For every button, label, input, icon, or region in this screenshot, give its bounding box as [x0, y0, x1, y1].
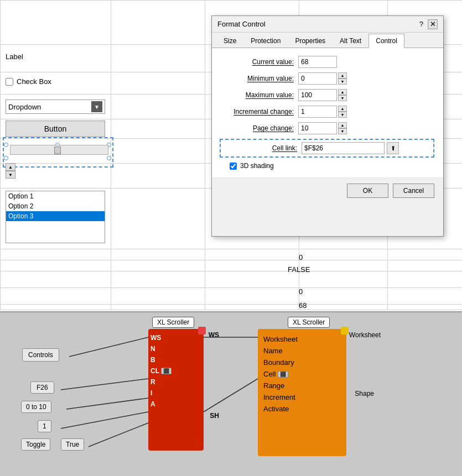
xl-scroller-left-body: WS N B CL ⬛ R I A WS SH [148, 329, 204, 451]
list-item[interactable]: Option 3 [6, 211, 105, 221]
xl-scroller-right-body: Worksheet Name Boundary Cell ⬛ Range Inc… [258, 329, 346, 456]
selection-handle [4, 156, 8, 160]
minimum-value-input[interactable] [298, 72, 337, 85]
cell-connector-icon: ⬛ [278, 371, 288, 378]
dialog-title: Format Control [217, 20, 266, 28]
page-change-spinner: ▲ ▼ [338, 122, 347, 134]
left-ws-output: WS [209, 331, 219, 339]
svg-line-3 [61, 412, 148, 428]
bottom-panel: XL Scroller XL Scroller Controls F26 0 t… [0, 311, 462, 476]
left-node-i: I [150, 388, 201, 399]
svg-line-0 [69, 337, 148, 357]
range-node[interactable]: 0 to 10 [21, 401, 51, 413]
right-node-cell: Cell ⬛ [263, 368, 341, 380]
current-value-input[interactable] [298, 56, 337, 68]
maximum-value-spinner: ▲ ▼ [338, 89, 347, 101]
spin-down-button[interactable]: ▼ [6, 171, 15, 179]
svg-line-1 [61, 379, 148, 390]
list-item[interactable]: Option 2 [6, 201, 105, 211]
dialog-tabs: Size Protection Properties Alt Text Cont… [212, 34, 443, 48]
increment-node[interactable]: 1 [38, 420, 51, 432]
left-node-a: A [150, 399, 201, 410]
incremental-change-down[interactable]: ▼ [338, 112, 347, 118]
true-node[interactable]: True [61, 438, 84, 451]
error-indicator [198, 327, 206, 334]
minimum-value-row: Minimum value: ▲ ▼ [221, 72, 434, 85]
3d-shading-row: 3D shading [230, 162, 434, 170]
right-worksheet-output: Worksheet [349, 331, 381, 339]
maximum-value-row: Maximum value: ▲ ▼ [221, 89, 434, 101]
3d-shading-checkbox[interactable] [230, 163, 237, 170]
incremental-change-input[interactable] [298, 106, 337, 118]
right-shape-output: Shape [355, 390, 374, 397]
minimum-value-label: Minimum value: [221, 75, 298, 82]
3d-shading-label: 3D shading [240, 162, 274, 170]
page-change-down[interactable]: ▼ [338, 128, 347, 134]
xl-scroller-right-label: XL Scroller [288, 317, 330, 328]
dropdown-arrow-icon[interactable]: ▼ [91, 101, 102, 112]
list-item[interactable]: Option 1 [6, 191, 105, 201]
right-node-boundary: Boundary [263, 357, 341, 368]
svg-line-4 [89, 423, 148, 447]
svg-line-2 [66, 398, 148, 409]
slider-track[interactable] [10, 145, 108, 155]
page-change-label: Page change: [221, 124, 298, 132]
left-node-b: B [150, 354, 201, 365]
tab-alt-text[interactable]: Alt Text [333, 34, 368, 48]
maximum-value-input[interactable] [298, 89, 337, 101]
page-change-row: Page change: ▲ ▼ [221, 122, 434, 134]
maximum-value-up[interactable]: ▲ [338, 89, 347, 95]
spin-up-button[interactable]: ▲ [6, 163, 15, 171]
dialog-body: Current value: Minimum value: ▲ ▼ Maximu… [212, 48, 443, 177]
minimum-value-spinner: ▲ ▼ [338, 72, 347, 85]
page-change-input[interactable] [298, 122, 337, 134]
page-change-up[interactable]: ▲ [338, 122, 347, 128]
warning-indicator [341, 327, 349, 334]
tab-control[interactable]: Control [368, 34, 404, 48]
checkbox-control[interactable]: Check Box [6, 77, 51, 86]
checkbox-input[interactable] [6, 78, 13, 86]
cell-value-68: 68 [299, 301, 307, 310]
selection-handle [4, 143, 8, 147]
f26-node[interactable]: F26 [30, 381, 54, 394]
button-control[interactable]: Button [6, 121, 105, 137]
cancel-button[interactable]: Cancel [393, 184, 434, 198]
minimum-value-down[interactable]: ▼ [338, 79, 347, 85]
tab-protection[interactable]: Protection [243, 34, 288, 48]
dialog-help-button[interactable]: ? [419, 20, 423, 28]
cell-link-label: Cell link: [224, 144, 302, 152]
left-node-cl: CL ⬛ [150, 365, 201, 376]
format-control-dialog[interactable]: Format Control ? ✕ Size Protection Prope… [211, 15, 444, 237]
connection-lines [0, 312, 462, 476]
tab-properties[interactable]: Properties [288, 34, 333, 48]
dialog-close-button[interactable]: ✕ [428, 19, 438, 29]
incremental-change-spinner: ▲ ▼ [338, 106, 347, 118]
maximum-value-down[interactable]: ▼ [338, 95, 347, 101]
right-node-worksheet: Worksheet [263, 333, 341, 345]
cell-link-collapse-button[interactable]: ⬆ [387, 142, 399, 154]
dialog-titlebar: Format Control ? ✕ [212, 16, 443, 33]
incremental-change-label: Incremental change: [221, 108, 298, 116]
incremental-change-up[interactable]: ▲ [338, 106, 347, 112]
dialog-footer: OK Cancel [212, 177, 443, 203]
collapse-icon: ⬆ [391, 145, 396, 152]
cl-connector-icon: ⬛ [161, 368, 172, 374]
toggle-node[interactable]: Toggle [21, 438, 50, 451]
listbox-control[interactable]: Option 1 Option 2 Option 3 [6, 191, 105, 243]
minimum-value-up[interactable]: ▲ [338, 72, 347, 79]
label-control: Label [6, 53, 23, 61]
cell-link-input[interactable] [302, 142, 385, 154]
right-node-name: Name [263, 345, 341, 357]
right-node-range: Range [263, 380, 341, 391]
svg-line-6 [204, 379, 258, 412]
controls-node[interactable]: Controls [22, 348, 59, 362]
ok-button[interactable]: OK [347, 184, 388, 198]
cell-value-false: FALSE [288, 265, 310, 274]
slider-thumb[interactable] [54, 147, 61, 154]
current-value-label: Current value: [221, 58, 298, 66]
dropdown-control[interactable]: Dropdown ▼ [6, 100, 105, 114]
tab-size[interactable]: Size [216, 34, 243, 48]
right-node-increment: Increment [263, 391, 341, 403]
cell-value-0b: 0 [299, 287, 303, 296]
incremental-change-row: Incremental change: ▲ ▼ [221, 106, 434, 118]
